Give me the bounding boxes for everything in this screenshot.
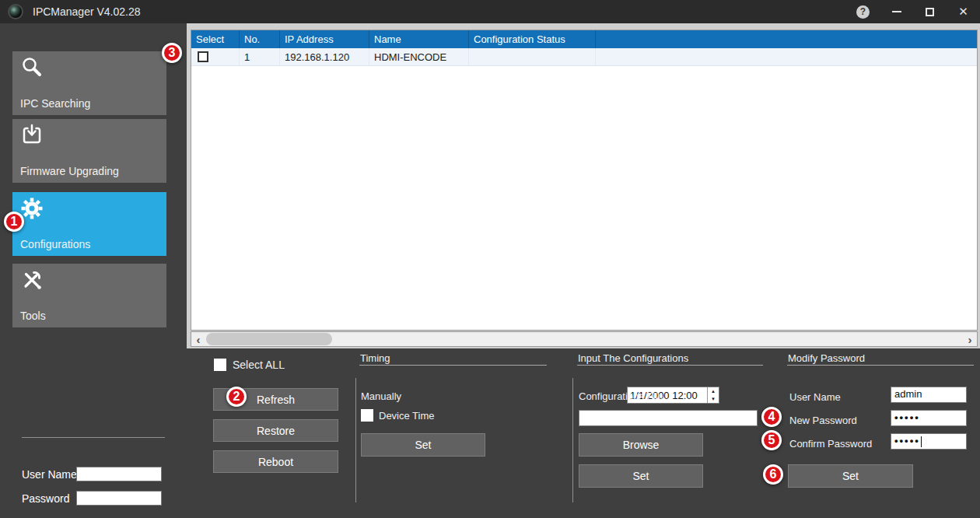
column-header-configuration-status[interactable]: Configuration Status bbox=[469, 30, 596, 48]
column-header-filler bbox=[596, 30, 977, 48]
table-row[interactable]: 1 192.168.1.120 HDMI-ENCODE bbox=[191, 48, 977, 66]
sidebar-divider bbox=[22, 437, 165, 438]
tools-icon bbox=[19, 268, 44, 292]
row-filler-cell bbox=[596, 48, 977, 65]
annotation-badge-1: 1 bbox=[4, 212, 24, 232]
timing-set-button[interactable]: Set bbox=[361, 433, 485, 457]
new-password-input[interactable]: ••••• bbox=[891, 410, 967, 426]
input-configurations-section: Input The Configurations Configurations … bbox=[577, 348, 764, 518]
column-header-select[interactable]: Select bbox=[191, 30, 240, 48]
input-configurations-set-button[interactable]: Set bbox=[579, 464, 703, 488]
login-password-row: Password bbox=[22, 491, 69, 506]
annotation-badge-4: 4 bbox=[761, 407, 782, 427]
panel-divider-1 bbox=[355, 378, 356, 502]
annotation-badge-5: 5 bbox=[761, 430, 782, 450]
confirm-password-input[interactable]: ••••• bbox=[891, 433, 967, 450]
horizontal-scrollbar[interactable]: ‹ › bbox=[191, 331, 978, 347]
column-header-no[interactable]: No. bbox=[240, 30, 280, 48]
titlebar-controls: ? ✕ bbox=[846, 0, 980, 23]
scroll-right-icon[interactable]: › bbox=[964, 332, 976, 346]
new-password-label: New Password bbox=[789, 415, 857, 426]
timing-header: Timing bbox=[360, 352, 390, 364]
device-time-group: Device Time bbox=[361, 409, 435, 422]
firmware-upgrade-icon bbox=[19, 123, 44, 148]
sidebar-item-ipc-searching[interactable]: IPC Searching bbox=[12, 51, 166, 115]
input-configurations-header: Input The Configurations bbox=[578, 352, 688, 364]
help-button[interactable]: ? bbox=[846, 0, 880, 23]
modify-username-label: User Name bbox=[789, 391, 841, 403]
timing-rule bbox=[359, 365, 547, 366]
close-icon: ✕ bbox=[958, 5, 968, 19]
row-status-cell bbox=[469, 48, 596, 65]
text-caret bbox=[921, 436, 922, 447]
restore-button[interactable]: Restore bbox=[213, 419, 338, 442]
new-password-dots: ••••• bbox=[894, 411, 920, 423]
select-all-group: Select ALL bbox=[214, 359, 285, 371]
sidebar-item-firmware-upgrading[interactable]: Firmware Upgrading bbox=[12, 119, 166, 183]
panel-divider-2 bbox=[572, 378, 573, 502]
titlebar: IPCManager V4.02.28 ? ✕ bbox=[0, 0, 980, 23]
device-time-checkbox[interactable] bbox=[361, 409, 373, 422]
modify-password-set-button[interactable]: Set bbox=[788, 464, 913, 488]
input-configurations-rule bbox=[577, 365, 763, 366]
modify-password-rule bbox=[787, 365, 974, 366]
sidebar-item-label: Tools bbox=[20, 310, 46, 322]
device-table: Select No. IP Address Name Configuration… bbox=[191, 30, 978, 331]
bottom-panel: Select ALL Refresh Restore Reboot Timing… bbox=[187, 348, 980, 518]
maximize-icon bbox=[926, 8, 934, 16]
window-title: IPCManager V4.02.28 bbox=[33, 5, 141, 18]
select-all-label: Select ALL bbox=[233, 359, 285, 371]
help-icon: ? bbox=[856, 5, 870, 19]
sidebar: IPC Searching Firmware Upgrading bbox=[0, 23, 187, 518]
maximize-button[interactable] bbox=[913, 0, 947, 23]
confirm-password-dots: ••••• bbox=[894, 435, 920, 446]
select-all-checkbox[interactable] bbox=[214, 359, 226, 371]
login-password-input[interactable] bbox=[76, 491, 162, 506]
login-username-input[interactable] bbox=[76, 467, 162, 481]
manually-label: Manually bbox=[361, 390, 401, 402]
reboot-button[interactable]: Reboot bbox=[213, 450, 338, 473]
minimize-icon bbox=[892, 11, 901, 12]
sidebar-item-label: IPC Searching bbox=[20, 97, 90, 110]
confirm-password-label: Confirm Password bbox=[789, 438, 872, 450]
ipcmanager-window: IPCManager V4.02.28 ? ✕ IPC Searching bbox=[0, 0, 980, 518]
login-password-label: Password bbox=[22, 492, 69, 505]
sidebar-item-configurations[interactable]: Configurations bbox=[12, 192, 166, 256]
row-no-cell: 1 bbox=[240, 48, 280, 65]
table-header: Select No. IP Address Name Configuration… bbox=[191, 30, 977, 48]
login-username-row: User Name bbox=[22, 467, 77, 481]
sidebar-item-label: Firmware Upgrading bbox=[20, 165, 119, 177]
close-button[interactable]: ✕ bbox=[947, 0, 980, 23]
modify-username-input[interactable]: admin bbox=[891, 387, 967, 403]
annotation-badge-3: 3 bbox=[162, 43, 182, 63]
device-time-label: Device Time bbox=[379, 410, 435, 422]
timing-section: Timing Manually 1/1/2000 12:00 ▲ ▼ Devic… bbox=[359, 348, 548, 518]
row-ip-cell: 192.168.1.120 bbox=[280, 48, 369, 65]
modify-password-section: Modify Password User Name admin New Pass… bbox=[787, 348, 980, 518]
row-select-cell bbox=[191, 48, 240, 65]
column-header-ip-address[interactable]: IP Address bbox=[280, 30, 369, 48]
row-select-checkbox[interactable] bbox=[198, 51, 208, 62]
login-username-label: User Name bbox=[22, 468, 77, 481]
configurations-file-label: Configurations File bbox=[579, 390, 663, 402]
scroll-left-icon[interactable]: ‹ bbox=[192, 332, 205, 346]
row-name-cell: HDMI-ENCODE bbox=[369, 48, 469, 65]
annotation-badge-2: 2 bbox=[226, 387, 247, 407]
modify-password-header: Modify Password bbox=[788, 352, 865, 364]
main-area: Select No. IP Address Name Configuration… bbox=[187, 23, 980, 348]
configurations-file-input[interactable] bbox=[579, 410, 758, 426]
search-icon bbox=[19, 55, 44, 80]
sidebar-item-tools[interactable]: Tools bbox=[12, 264, 166, 327]
browse-button[interactable]: Browse bbox=[579, 433, 703, 457]
minimize-button[interactable] bbox=[880, 0, 913, 23]
column-header-name[interactable]: Name bbox=[369, 30, 469, 48]
app-lens-icon bbox=[8, 4, 23, 19]
scrollbar-thumb[interactable] bbox=[206, 333, 332, 345]
annotation-badge-6: 6 bbox=[763, 464, 783, 485]
sidebar-item-label: Configurations bbox=[20, 238, 90, 250]
